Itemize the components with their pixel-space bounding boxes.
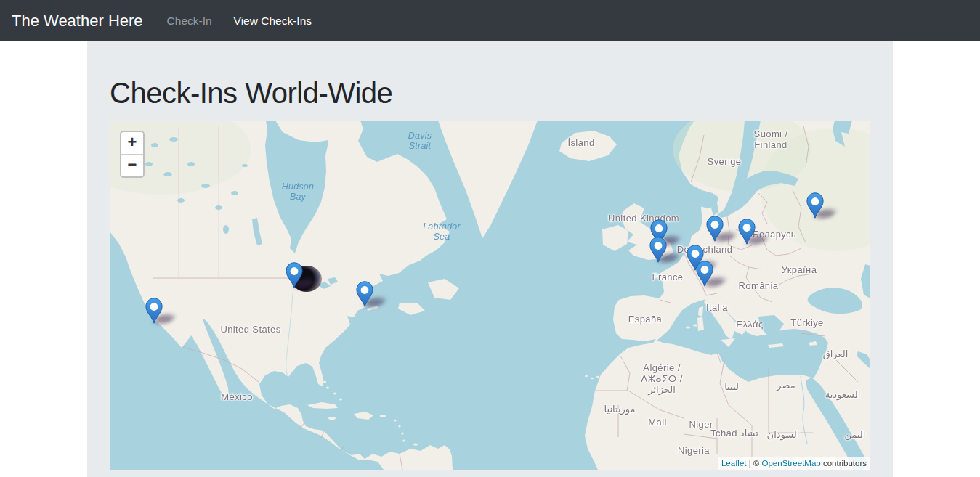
page-title: Check-Ins World-Wide [110,77,870,110]
page-container: Check-Ins World-Wide [87,41,893,477]
checkins-map[interactable]: Davis StraitHudson BayLabrador SeaÍsland… [110,121,870,470]
zoom-control: + − [120,131,145,178]
map-marker[interactable] [145,298,163,324]
nav-link-check-in[interactable]: Check-In [156,9,223,33]
map-marker[interactable] [806,192,824,219]
nav-link-view-check-ins[interactable]: View Check-Ins [223,9,323,33]
navbar-links: Check-InView Check-Ins [156,15,323,28]
world-map-tiles [110,121,870,470]
attribution-separator: | © [746,459,761,468]
zoom-out-button[interactable]: − [121,155,143,176]
map-marker[interactable] [286,262,303,288]
zoom-in-button[interactable]: + [121,132,143,155]
map-attribution: Leaflet | © OpenStreetMap contributors [718,457,870,470]
map-marker[interactable] [738,219,756,245]
map-marker[interactable] [356,281,373,307]
map-marker[interactable] [649,237,667,263]
map-marker[interactable] [706,216,724,242]
navbar: The Weather Here Check-InView Check-Ins [0,0,980,41]
navbar-brand[interactable]: The Weather Here [12,12,143,30]
map-marker[interactable] [696,261,713,287]
attribution-suffix: contributors [821,459,867,468]
leaflet-link[interactable]: Leaflet [721,459,747,468]
openstreetmap-link[interactable]: OpenStreetMap [762,459,821,468]
